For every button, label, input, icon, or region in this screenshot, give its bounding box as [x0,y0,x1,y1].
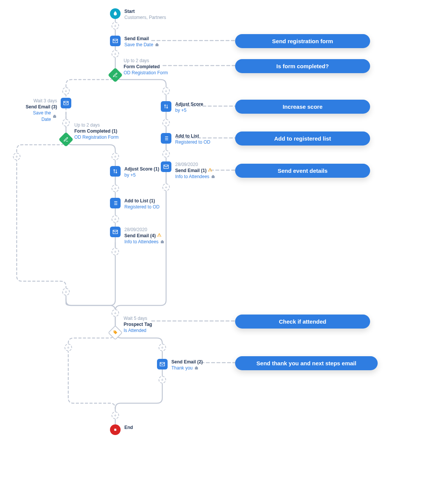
add-step[interactable]: + [111,309,119,317]
adjust-score-1-title: Adjust Score (1) [124,166,159,172]
svg-rect-0 [155,44,159,46]
add-step[interactable]: + [162,87,170,95]
form-completed-1-title: Form Completed (1) [74,128,119,134]
warning-icon [157,233,162,237]
start-node[interactable]: Start Customers, Partners [110,8,166,20]
send-email-1-pre: 28/09/2020 [175,161,215,167]
form-completed-pre: Up to 2 days [124,58,168,64]
add-to-list-1-node[interactable]: Add to List (1) Registered to OD [110,198,160,210]
warning-icon [208,167,212,172]
svg-rect-10 [114,429,116,430]
add-to-list-title: Add to List [175,133,210,139]
prospect-tag-sub: Is Attended [124,327,152,333]
score-icon [161,101,171,112]
start-sub: Customers, Partners [124,14,166,20]
add-step[interactable]: + [111,22,119,30]
report-icon [211,174,215,179]
form-icon [61,134,71,145]
mail-icon [61,98,71,108]
prospect-tag-pre: Wait 5 days [124,315,152,321]
adjust-score-1-node[interactable]: Adjust Score (1) by +5 [110,166,159,178]
add-step[interactable]: + [162,183,170,191]
form-completed-sub: OD Registration Form [124,70,168,76]
mail-icon [161,161,171,172]
report-icon [155,42,159,47]
score-icon [110,166,121,177]
add-step[interactable]: + [162,119,170,127]
add-step[interactable]: + [162,150,170,158]
send-email-3-sub: Save the Date [23,110,51,122]
add-step[interactable]: + [62,119,70,127]
list-icon [110,198,121,208]
add-step[interactable]: + [111,412,119,419]
start-icon [110,8,121,19]
add-to-list-1-title: Add to List (1) [124,198,160,204]
svg-rect-6 [161,241,164,243]
end-node[interactable]: End [110,424,133,435]
form-completed-title: Form Completed [124,64,168,70]
callout-send-event-details: Send event details [235,164,370,178]
add-step[interactable]: + [111,248,119,255]
add-step[interactable]: + [64,344,72,351]
mail-icon [157,359,168,369]
add-to-list-sub: Registered to OD [175,139,210,145]
svg-rect-8 [195,367,198,369]
form-completed-1-pre: Up to 2 days [74,122,119,128]
stop-icon [110,424,121,435]
add-step[interactable]: + [13,153,20,160]
report-icon [194,366,199,370]
callout-thank-you: Send thank you and next steps email [235,356,378,370]
callout-add-registered: Add to registered list [235,131,370,146]
mail-icon [110,36,121,46]
callout-increase-score: Increase score [235,100,370,114]
send-email-node[interactable]: Send Email Save the Date [110,36,159,48]
svg-rect-7 [162,240,163,241]
add-to-list-1-sub: Registered to OD [124,204,160,210]
send-email-3-title: Send Email (3) [23,104,57,110]
add-step[interactable]: + [159,344,166,351]
send-email-2-node[interactable]: Send Email (2) Thank you [157,359,203,371]
callout-is-form-completed: Is form completed? [235,59,370,73]
add-step[interactable]: + [111,50,119,58]
svg-rect-5 [54,115,55,116]
svg-rect-3 [212,175,214,176]
add-step[interactable]: + [62,87,70,95]
svg-rect-2 [212,176,215,178]
report-icon [52,114,57,119]
callout-send-registration: Send registration form [235,34,370,48]
form-icon [110,70,121,80]
send-email-1-node[interactable]: 28/09/2020 Send Email (1) Info to Attend… [161,161,215,180]
adjust-score-title: Adjust Score [175,101,203,107]
send-email-sub: Save the Date [124,42,153,48]
svg-rect-9 [196,366,197,367]
add-step[interactable]: + [111,153,119,160]
add-step[interactable]: + [159,376,166,383]
svg-rect-4 [53,116,56,118]
send-email-2-title: Send Email (2) [171,359,203,365]
add-step[interactable]: + [111,215,119,223]
add-step[interactable]: + [111,185,119,192]
send-email-4-sub: Info to Attendees [124,239,159,245]
send-email-1-title: Send Email (1) [175,168,207,173]
send-email-3-pre: Wait 3 days [23,98,57,104]
add-step[interactable]: + [62,288,70,296]
add-to-list-node[interactable]: Add to List Registered to OD [161,133,210,145]
form-completed-1-sub: OD Registration Form [74,134,119,140]
adjust-score-1-sub: by +5 [124,172,159,178]
list-icon [161,133,171,144]
send-email-3-node[interactable]: Wait 3 days Send Email (3) Save the Date [23,98,71,122]
mail-icon [110,227,121,237]
prospect-tag-title: Prospect Tag [124,321,152,327]
adjust-score-node[interactable]: Adjust Score by +5 [161,101,203,113]
send-email-2-sub: Thank you [171,365,193,371]
send-email-4-pre: 28/09/2020 [124,227,165,233]
report-icon [160,239,165,244]
send-email-1-sub: Info to Attendees [175,174,209,180]
send-email-4-node[interactable]: 28/09/2020 Send Email (4) Info to Attend… [110,227,165,245]
svg-rect-1 [156,43,158,44]
adjust-score-sub: by +5 [175,107,203,113]
callout-check-attended: Check if attended [235,315,370,329]
send-email-title: Send Email [124,36,159,42]
end-title: End [124,424,133,430]
send-email-4-title: Send Email (4) [124,233,156,238]
